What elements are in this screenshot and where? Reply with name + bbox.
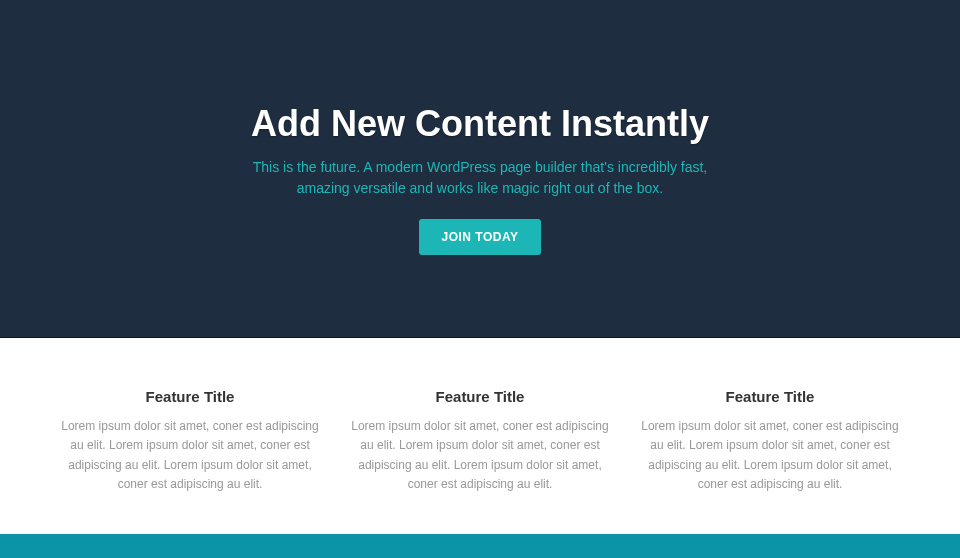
feature-title: Feature Title — [640, 388, 900, 405]
hero-subtitle: This is the future. A modern WordPress p… — [230, 157, 730, 199]
feature-desc: Lorem ipsum dolor sit amet, coner est ad… — [640, 417, 900, 494]
feature-card: Feature Title Lorem ipsum dolor sit amet… — [60, 388, 320, 494]
feature-desc: Lorem ipsum dolor sit amet, coner est ad… — [350, 417, 610, 494]
feature-title: Feature Title — [350, 388, 610, 405]
features-section: Feature Title Lorem ipsum dolor sit amet… — [0, 338, 960, 534]
feature-card: Feature Title Lorem ipsum dolor sit amet… — [350, 388, 610, 494]
feature-title: Feature Title — [60, 388, 320, 405]
bottom-bar — [0, 534, 960, 558]
hero-title: Add New Content Instantly — [251, 103, 709, 145]
hero-section: Add New Content Instantly This is the fu… — [0, 0, 960, 338]
feature-desc: Lorem ipsum dolor sit amet, coner est ad… — [60, 417, 320, 494]
join-today-button[interactable]: JOIN TODAY — [419, 219, 540, 255]
feature-card: Feature Title Lorem ipsum dolor sit amet… — [640, 388, 900, 494]
